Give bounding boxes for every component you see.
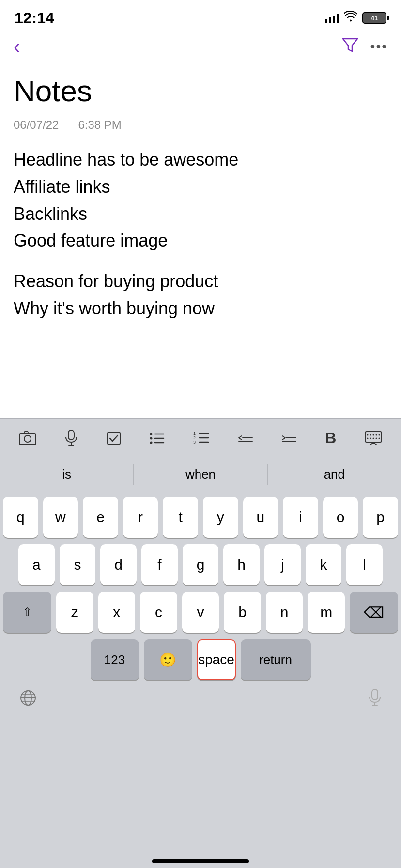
note-line-4: Good feature image bbox=[14, 227, 387, 254]
key-return[interactable]: return bbox=[241, 639, 311, 680]
svg-point-12 bbox=[150, 441, 153, 444]
toolbar-checkbox[interactable] bbox=[102, 427, 126, 450]
key-o[interactable]: o bbox=[323, 497, 358, 538]
nav-bar: ‹ ••• bbox=[0, 29, 401, 64]
toolbar-bold[interactable]: B bbox=[320, 425, 341, 451]
key-b[interactable]: b bbox=[224, 592, 261, 633]
svg-point-10 bbox=[150, 433, 153, 435]
key-g[interactable]: g bbox=[183, 544, 219, 585]
nav-right: ••• bbox=[341, 37, 387, 57]
toolbar-numbered-list[interactable]: 1 2 3 bbox=[188, 427, 214, 450]
svg-rect-41 bbox=[372, 689, 378, 700]
note-line-2: Affiliate links bbox=[14, 173, 387, 201]
key-n[interactable]: n bbox=[266, 592, 303, 633]
note-time: 6:38 PM bbox=[78, 118, 121, 132]
globe-button[interactable] bbox=[19, 689, 37, 711]
suggestion-is[interactable]: is bbox=[0, 457, 133, 492]
key-emoji[interactable]: 🙂 bbox=[144, 639, 192, 680]
toolbar-hide-keyboard[interactable] bbox=[360, 427, 387, 450]
key-t[interactable]: t bbox=[163, 497, 198, 538]
svg-point-1 bbox=[24, 435, 31, 442]
key-h[interactable]: h bbox=[223, 544, 260, 585]
filter-icon[interactable] bbox=[341, 37, 359, 57]
title-divider bbox=[14, 110, 387, 110]
svg-text:3: 3 bbox=[193, 440, 196, 445]
suggestion-and[interactable]: and bbox=[268, 457, 401, 492]
svg-point-11 bbox=[150, 437, 153, 439]
key-p[interactable]: p bbox=[363, 497, 398, 538]
bottom-row: 123 🙂 space return bbox=[0, 639, 401, 680]
note-body[interactable]: Headline has to be awesome Affiliate lin… bbox=[14, 146, 387, 322]
toolbar-mic[interactable] bbox=[60, 426, 83, 451]
key-u[interactable]: u bbox=[243, 497, 278, 538]
suggestions-row: is when and bbox=[0, 457, 401, 492]
key-d[interactable]: d bbox=[100, 544, 137, 585]
key-m[interactable]: m bbox=[308, 592, 345, 633]
key-w[interactable]: w bbox=[43, 497, 78, 538]
key-shift[interactable]: ⇧ bbox=[3, 592, 51, 633]
key-row-3: ⇧ z x c v b n m ⌫ bbox=[3, 592, 398, 633]
note-line-3: Backlinks bbox=[14, 201, 387, 228]
key-rows: q w e r t y u i o p a s d f g h j k l ⇧ … bbox=[0, 492, 401, 633]
svg-rect-3 bbox=[68, 430, 74, 440]
key-row-1: q w e r t y u i o p bbox=[3, 497, 398, 538]
note-line-1: Headline has to be awesome bbox=[14, 146, 387, 173]
key-row-2: a s d f g h j k l bbox=[3, 544, 398, 585]
more-button[interactable]: ••• bbox=[370, 39, 387, 54]
key-l[interactable]: l bbox=[346, 544, 383, 585]
key-j[interactable]: j bbox=[264, 544, 301, 585]
key-z[interactable]: z bbox=[56, 592, 93, 633]
key-k[interactable]: k bbox=[306, 544, 342, 585]
note-meta: 06/07/22 6:38 PM bbox=[14, 118, 387, 132]
key-c[interactable]: c bbox=[140, 592, 177, 633]
signal-icon bbox=[325, 13, 339, 23]
key-space[interactable]: space bbox=[197, 639, 236, 680]
keyboard-toolbar: 1 2 3 B bbox=[0, 418, 401, 457]
home-indicator bbox=[152, 859, 249, 863]
back-button[interactable]: ‹ bbox=[14, 37, 20, 56]
note-line-6: Why it's worth buying now bbox=[14, 295, 387, 322]
svg-rect-25 bbox=[365, 432, 382, 442]
status-time: 12:14 bbox=[15, 9, 54, 27]
globe-mic-row bbox=[0, 685, 401, 711]
status-bar: 12:14 41 bbox=[0, 0, 401, 29]
suggestion-when[interactable]: when bbox=[134, 457, 267, 492]
key-r[interactable]: r bbox=[123, 497, 158, 538]
toolbar-camera[interactable] bbox=[14, 427, 41, 450]
key-a[interactable]: a bbox=[18, 544, 55, 585]
key-y[interactable]: y bbox=[203, 497, 238, 538]
battery-icon: 41 bbox=[362, 12, 386, 24]
keyboard-mic-button[interactable] bbox=[368, 689, 382, 711]
note-date: 06/07/22 bbox=[14, 118, 59, 132]
key-f[interactable]: f bbox=[141, 544, 178, 585]
key-x[interactable]: x bbox=[98, 592, 136, 633]
content-area: Notes 06/07/22 6:38 PM Headline has to b… bbox=[0, 64, 401, 322]
toolbar-outdent[interactable] bbox=[233, 428, 258, 449]
key-e[interactable]: e bbox=[83, 497, 118, 538]
key-q[interactable]: q bbox=[3, 497, 38, 538]
note-line-5: Reason for buying product bbox=[14, 268, 387, 295]
key-123[interactable]: 123 bbox=[91, 639, 139, 680]
status-icons: 41 bbox=[325, 11, 386, 25]
wifi-icon bbox=[344, 11, 357, 25]
note-title: Notes bbox=[14, 74, 387, 108]
key-s[interactable]: s bbox=[60, 544, 96, 585]
svg-rect-2 bbox=[24, 432, 28, 434]
toolbar-list[interactable] bbox=[144, 428, 170, 449]
key-i[interactable]: i bbox=[283, 497, 318, 538]
toolbar-indent[interactable] bbox=[277, 428, 302, 449]
key-v[interactable]: v bbox=[182, 592, 219, 633]
keyboard: is when and q w e r t y u i o p a s d f … bbox=[0, 457, 401, 868]
key-backspace[interactable]: ⌫ bbox=[350, 592, 398, 633]
